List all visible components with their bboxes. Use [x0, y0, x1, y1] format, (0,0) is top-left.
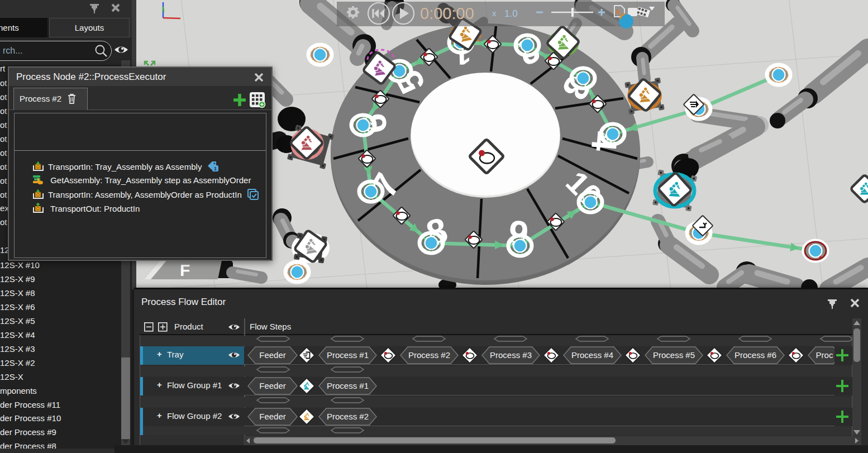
svg-text:x: x: [492, 8, 497, 18]
svg-text:F: F: [180, 261, 190, 279]
svg-text:Feeder: Feeder: [259, 381, 286, 390]
svg-text:Process #1: Process #1: [327, 381, 369, 390]
svg-text:1.0: 1.0: [504, 8, 518, 19]
svg-text:Feeder: Feeder: [259, 350, 286, 360]
svg-text:Feeder: Feeder: [259, 412, 286, 421]
svg-text:Process #3: Process #3: [490, 350, 532, 360]
svg-text:0:00:00: 0:00:00: [420, 4, 474, 22]
svg-text:Proc: Proc: [816, 350, 833, 360]
svg-text:Process #2: Process #2: [408, 350, 450, 360]
svg-text:Process #1: Process #1: [327, 350, 369, 360]
svg-text:Process #4: Process #4: [571, 350, 613, 360]
svg-text:A: A: [616, 8, 621, 16]
svg-text:1: 1: [214, 166, 217, 171]
svg-text:Process #2: Process #2: [327, 412, 369, 421]
svg-text:Process #5: Process #5: [653, 350, 695, 360]
svg-text:Process #6: Process #6: [735, 350, 776, 360]
